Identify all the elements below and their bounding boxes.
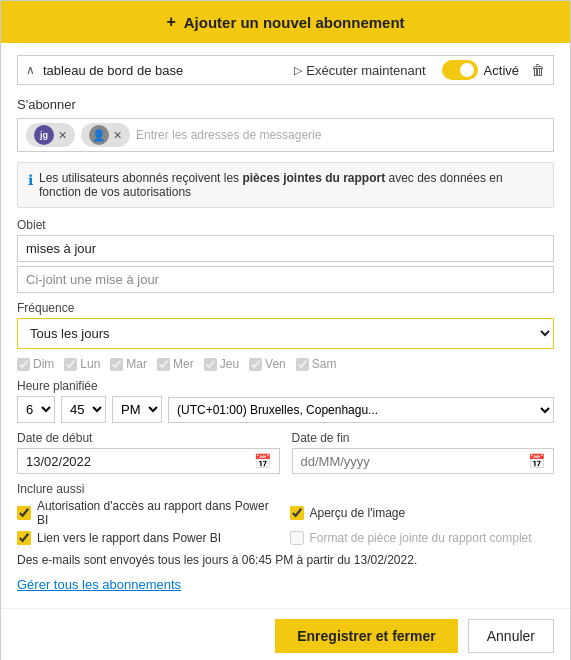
- day-lun-label: Lun: [80, 357, 100, 371]
- collapse-chevron[interactable]: ∧: [26, 63, 35, 77]
- include-item-1[interactable]: Autorisation d'accès au rapport dans Pow…: [17, 499, 282, 527]
- include-item-4-label: Format de pièce jointe du rapport comple…: [310, 531, 532, 545]
- date-row: Date de début 📅 Date de fin 📅: [17, 431, 554, 474]
- day-mer[interactable]: Mer: [157, 357, 194, 371]
- body-input[interactable]: [17, 266, 554, 293]
- include-item-1-label: Autorisation d'accès au rapport dans Pow…: [37, 499, 282, 527]
- include-section: Inclure aussi Autorisation d'accès au ra…: [17, 482, 554, 545]
- day-sam-checkbox[interactable]: [296, 358, 309, 371]
- include-item-2-label: Aperçu de l'image: [310, 506, 406, 520]
- frequency-group: Fréquence Tous les jours: [17, 301, 554, 349]
- day-mer-checkbox[interactable]: [157, 358, 170, 371]
- end-date-label: Date de fin: [292, 431, 555, 445]
- day-mer-label: Mer: [173, 357, 194, 371]
- include-grid: Autorisation d'accès au rapport dans Pow…: [17, 499, 554, 545]
- toggle-label: Activé: [484, 63, 519, 78]
- end-date-input[interactable]: [301, 454, 529, 469]
- day-mar-label: Mar: [126, 357, 147, 371]
- time-label: Heure planifiée: [17, 379, 554, 393]
- modal-title: Ajouter un nouvel abonnement: [184, 14, 405, 31]
- run-now-button[interactable]: ▷ Exécuter maintenant: [294, 63, 425, 78]
- day-dim-checkbox[interactable]: [17, 358, 30, 371]
- start-date-input[interactable]: [26, 454, 254, 469]
- subject-label: Obiet: [17, 218, 554, 232]
- subscriber-input-area[interactable]: jg ✕ 👤 ✕ Entrer les adresses de messager…: [17, 118, 554, 152]
- info-text: Les utilisateurs abonnés reçoivent les p…: [39, 171, 543, 199]
- frequency-select[interactable]: Tous les jours: [17, 318, 554, 349]
- include-item-3[interactable]: Lien vers le rapport dans Power BI: [17, 531, 282, 545]
- subject-input[interactable]: [17, 235, 554, 262]
- hour-select[interactable]: 6: [17, 396, 55, 423]
- plus-icon: +: [166, 13, 175, 31]
- include-checkbox-2[interactable]: [290, 506, 304, 520]
- ampm-select[interactable]: PM: [112, 396, 162, 423]
- info-box: ℹ Les utilisateurs abonnés reçoivent les…: [17, 162, 554, 208]
- modal-header: + Ajouter un nouvel abonnement: [1, 1, 570, 43]
- avatar-2: 👤: [89, 125, 109, 145]
- modal-body: ∧ tableau de bord de base ▷ Exécuter mai…: [1, 43, 570, 604]
- play-icon: ▷: [294, 64, 302, 77]
- start-date-label: Date de début: [17, 431, 280, 445]
- end-date-calendar-icon[interactable]: 📅: [528, 453, 545, 469]
- time-group: Heure planifiée 6 45 PM (UTC+01:00) Brux…: [17, 379, 554, 423]
- frequency-label: Fréquence: [17, 301, 554, 315]
- subscriber-label: S'abonner: [17, 97, 554, 112]
- info-icon: ℹ: [28, 172, 33, 199]
- day-ven[interactable]: Ven: [249, 357, 286, 371]
- start-date-calendar-icon[interactable]: 📅: [254, 453, 271, 469]
- end-date-wrap: 📅: [292, 448, 555, 474]
- chip-close-1[interactable]: ✕: [58, 129, 67, 142]
- chip-close-2[interactable]: ✕: [113, 129, 122, 142]
- include-checkbox-4: [290, 531, 304, 545]
- day-sam[interactable]: Sam: [296, 357, 337, 371]
- include-checkbox-1[interactable]: [17, 506, 31, 520]
- cancel-button[interactable]: Annuler: [468, 619, 554, 653]
- active-toggle[interactable]: [442, 60, 478, 80]
- include-item-4[interactable]: Format de pièce jointe du rapport comple…: [290, 531, 555, 545]
- subject-group: Obiet: [17, 218, 554, 293]
- subscriber-chip-2: 👤 ✕: [81, 123, 130, 147]
- day-dim[interactable]: Dim: [17, 357, 54, 371]
- day-ven-checkbox[interactable]: [249, 358, 262, 371]
- day-lun[interactable]: Lun: [64, 357, 100, 371]
- subscriber-chip-1: jg ✕: [26, 123, 75, 147]
- delete-icon[interactable]: 🗑: [531, 62, 545, 78]
- day-jeu-label: Jeu: [220, 357, 239, 371]
- active-toggle-group: Activé: [442, 60, 519, 80]
- day-ven-label: Ven: [265, 357, 286, 371]
- include-label: Inclure aussi: [17, 482, 554, 496]
- run-now-label: Exécuter maintenant: [306, 63, 425, 78]
- time-row: 6 45 PM (UTC+01:00) Bruxelles, Copenhagu…: [17, 396, 554, 423]
- start-date-group: Date de début 📅: [17, 431, 280, 474]
- timezone-select[interactable]: (UTC+01:00) Bruxelles, Copenhagu...: [168, 397, 554, 423]
- save-button[interactable]: Enregistrer et fermer: [275, 619, 458, 653]
- day-mar-checkbox[interactable]: [110, 358, 123, 371]
- day-mar[interactable]: Mar: [110, 357, 147, 371]
- start-date-wrap: 📅: [17, 448, 280, 474]
- summary-text: Des e-mails sont envoyés tous les jours …: [17, 553, 554, 567]
- minute-select[interactable]: 45: [61, 396, 106, 423]
- end-date-group: Date de fin 📅: [292, 431, 555, 474]
- include-checkbox-3[interactable]: [17, 531, 31, 545]
- footer-buttons: Enregistrer et fermer Annuler: [275, 619, 554, 653]
- manage-link[interactable]: Gérer tous les abonnements: [17, 577, 554, 592]
- day-dim-label: Dim: [33, 357, 54, 371]
- modal-footer: Enregistrer et fermer Annuler: [1, 608, 570, 660]
- name-row: ∧ tableau de bord de base ▷ Exécuter mai…: [17, 55, 554, 85]
- modal-container: + Ajouter un nouvel abonnement ∧ tableau…: [0, 0, 571, 660]
- day-jeu[interactable]: Jeu: [204, 357, 239, 371]
- days-row: Dim Lun Mar Mer Jeu Ven: [17, 357, 554, 371]
- include-item-3-label: Lien vers le rapport dans Power BI: [37, 531, 221, 545]
- day-jeu-checkbox[interactable]: [204, 358, 217, 371]
- subscription-name: tableau de bord de base: [43, 63, 286, 78]
- day-sam-label: Sam: [312, 357, 337, 371]
- day-lun-checkbox[interactable]: [64, 358, 77, 371]
- email-placeholder-text: Entrer les adresses de messagerie: [136, 128, 545, 142]
- avatar-1: jg: [34, 125, 54, 145]
- include-item-2[interactable]: Aperçu de l'image: [290, 499, 555, 527]
